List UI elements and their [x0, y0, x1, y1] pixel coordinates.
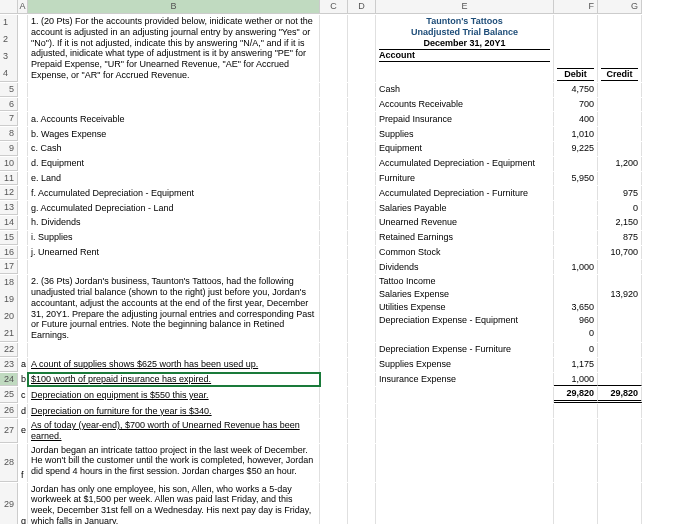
row-header[interactable]: 28	[0, 444, 18, 482]
spreadsheet-grid: A B C D E F G 1 2 3 4 1. (20 Pts) For th…	[0, 0, 700, 524]
q1-item-e[interactable]: e. Land	[28, 172, 320, 186]
row-header[interactable]: 27	[0, 419, 18, 443]
q1-item-a[interactable]: a. Accounts Receivable	[28, 112, 320, 126]
row-header[interactable]: 15	[0, 231, 18, 245]
row-header[interactable]: 16	[0, 246, 18, 260]
tb-head-credit: Credit	[601, 68, 638, 81]
q1-item-d[interactable]: d. Equipment	[28, 157, 320, 171]
q2-text[interactable]: 2. (36 Pts) Jordan's business, Taunton's…	[28, 275, 320, 342]
column-header-row: A B C D E F G	[0, 0, 700, 15]
row-header[interactable]: 6	[0, 98, 18, 112]
row-header[interactable]: 23	[0, 358, 18, 372]
tb-title1: Taunton's Tattoos	[426, 16, 502, 27]
col-header-c[interactable]: C	[320, 0, 348, 14]
q2-item-c[interactable]: Depreciation on equipment is $550 this y…	[28, 387, 320, 403]
col-header-b[interactable]: B	[28, 0, 320, 14]
col-header-a[interactable]: A	[18, 0, 28, 14]
tb-debit[interactable]: 4,750	[554, 83, 598, 97]
q1-item-i[interactable]: i. Supplies	[28, 231, 320, 245]
row-header[interactable]: 5	[0, 83, 18, 97]
row-header[interactable]: 18	[4, 277, 14, 288]
col-header-d[interactable]: D	[348, 0, 376, 14]
row-header[interactable]: 13	[0, 201, 18, 215]
tb-credit[interactable]	[598, 83, 642, 97]
row-header[interactable]: 2	[3, 34, 8, 45]
q1-item-c[interactable]: c. Cash	[28, 142, 320, 156]
q2-item-b-selected[interactable]: $100 worth of prepaid insurance has expi…	[28, 373, 320, 387]
q1-item-g[interactable]: g. Accumulated Depreciation - Land	[28, 201, 320, 215]
tb-title2: Unadjusted Trial Balance	[411, 27, 518, 38]
tb-head-account: Account	[379, 50, 550, 61]
row-header[interactable]: 3	[3, 51, 8, 62]
tb-account[interactable]: Cash	[376, 83, 554, 97]
row-header[interactable]: 11	[0, 172, 18, 186]
q1-item-j[interactable]: j. Unearned Rent	[28, 246, 320, 260]
tb-total-debit[interactable]: 29,820	[554, 387, 598, 403]
row-header[interactable]: 22	[0, 343, 18, 357]
q2-item-d[interactable]: Depreciation on furniture for the year i…	[28, 404, 320, 418]
tb-head-debit: Debit	[557, 68, 594, 81]
q2-item-e[interactable]: As of today (year-end), $700 worth of Un…	[28, 419, 320, 443]
row-header[interactable]: 20	[4, 311, 14, 322]
row-header[interactable]: 8	[0, 127, 18, 141]
row-header[interactable]: 19	[4, 294, 14, 305]
tb-account[interactable]: Accounts Receivable	[376, 98, 554, 112]
row-header[interactable]: 1	[3, 17, 8, 28]
row-header[interactable]: 29	[0, 483, 18, 525]
row-header[interactable]: 7	[0, 112, 18, 126]
tb-total-credit[interactable]: 29,820	[598, 387, 642, 403]
row-header[interactable]: 24	[0, 373, 18, 387]
row-header[interactable]: 17	[0, 260, 18, 274]
col-header-e[interactable]: E	[376, 0, 554, 14]
q1-item-h[interactable]: h. Dividends	[28, 216, 320, 230]
row-header[interactable]: 25	[0, 387, 18, 403]
col-header-f[interactable]: F	[554, 0, 598, 14]
row-header[interactable]: 14	[0, 216, 18, 230]
row-header[interactable]: 12	[0, 186, 18, 200]
row-header[interactable]: 4	[3, 68, 8, 79]
row-header[interactable]: 21	[4, 328, 14, 339]
q2-item-g[interactable]: Jordan has only one employee, his son, A…	[28, 483, 320, 525]
row-header[interactable]: 9	[0, 142, 18, 156]
q1-item-b[interactable]: b. Wages Expense	[28, 127, 320, 141]
col-header-g[interactable]: G	[598, 0, 642, 14]
q1-text[interactable]: 1. (20 Pts) For the accounts provided be…	[28, 15, 320, 82]
corner-cell[interactable]	[0, 0, 18, 14]
q2-item-a[interactable]: A count of supplies shows $625 worth has…	[28, 358, 320, 372]
q1-item-f[interactable]: f. Accumulated Depreciation - Equipment	[28, 186, 320, 200]
row-header[interactable]: 10	[0, 157, 18, 171]
tb-title3: December 31, 20Y1	[423, 38, 505, 49]
cell[interactable]	[18, 15, 28, 82]
row-header[interactable]: 26	[0, 404, 18, 418]
q2-item-f[interactable]: Jordan began an intricate tattoo project…	[28, 444, 320, 482]
